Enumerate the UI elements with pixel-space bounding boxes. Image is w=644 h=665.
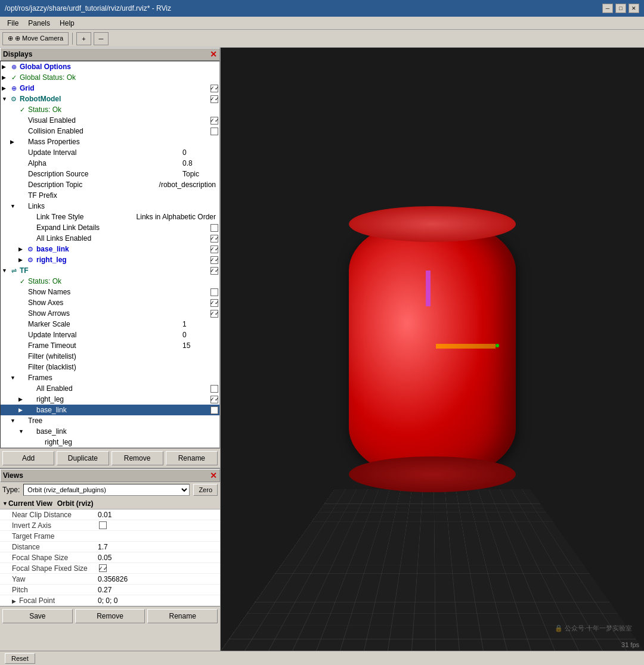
item-checkbox[interactable]: ✓	[210, 396, 218, 403]
menu-panels[interactable]: Panels	[23, 18, 55, 29]
tree-row[interactable]: ▶⊕Global Options	[1, 61, 219, 72]
prop-row: Invert Z Axis	[0, 520, 220, 531]
item-label: Collision Enabled	[28, 127, 209, 135]
tree-row[interactable]: Alpha0.8	[1, 158, 219, 169]
remove-view-button[interactable]: Remove	[75, 609, 145, 623]
prop-checkbox[interactable]: ✓	[99, 564, 107, 572]
item-checkbox[interactable]: ✓	[210, 246, 218, 253]
tree-row[interactable]: ▶⊕Grid✓	[1, 83, 219, 94]
tree-row[interactable]: ▼Frames	[1, 372, 219, 383]
displays-tree[interactable]: ▶⊕Global Options▶✓Global Status: Ok▶⊕Gri…	[0, 61, 220, 448]
tree-row[interactable]: ▶⚙base_link✓	[1, 244, 219, 254]
current-view-arrow: ▼	[2, 501, 8, 506]
minimize-button[interactable]: ─	[602, 4, 613, 13]
tree-row[interactable]: Filter (blacklist)	[1, 362, 219, 372]
expand-arrow: ▶	[18, 257, 26, 263]
tree-row[interactable]: Marker Scale1	[1, 319, 219, 330]
tree-row[interactable]: ▶⚙right_leg✓	[1, 254, 219, 265]
item-checkbox[interactable]	[210, 406, 218, 414]
tree-row[interactable]: Update Interval0	[1, 147, 219, 158]
tree-row[interactable]: Collision Enabled	[1, 126, 219, 136]
tree-row[interactable]: Link Tree StyleLinks in Alphabetic Order	[1, 212, 219, 222]
menu-help[interactable]: Help	[55, 18, 79, 29]
item-checkbox[interactable]: ✓	[210, 117, 218, 125]
item-checkbox[interactable]	[210, 224, 218, 232]
tree-row[interactable]: Description Topic/robot_description	[1, 179, 219, 190]
close-button[interactable]: ✕	[628, 4, 639, 13]
tree-row[interactable]: Expand Link Details	[1, 222, 219, 233]
tree-row[interactable]: ▼Tree	[1, 415, 219, 426]
tree-row[interactable]: All Links Enabled✓	[1, 233, 219, 244]
camera-icon: ⊕	[8, 35, 13, 42]
remove-tool-button[interactable]: ─	[94, 32, 109, 45]
tree-row[interactable]: ✓Status: Ok	[1, 276, 219, 287]
reset-button[interactable]: Reset	[5, 653, 35, 664]
tree-row[interactable]: ▶base_link	[1, 405, 219, 415]
views-panel: Views ✕ Type: Orbit (rviz_default_plugin…	[0, 468, 220, 651]
tree-row[interactable]: ▶right_leg✓	[1, 394, 219, 405]
cylinder-bottom	[349, 456, 516, 492]
views-type-select[interactable]: Orbit (rviz_default_plugins)	[23, 484, 190, 496]
displays-panel: Displays ✕ ▶⊕Global Options▶✓Global Stat…	[0, 48, 220, 468]
tree-row[interactable]: right_leg	[1, 437, 219, 448]
viewport[interactable]: ✛ 31 fps 🔒 公众号·十年一梦实验室	[221, 48, 644, 651]
tree-row[interactable]: Description SourceTopic	[1, 169, 219, 179]
tree-row[interactable]: Visual Enabled✓	[1, 115, 219, 126]
duplicate-display-button[interactable]: Duplicate	[57, 451, 109, 465]
prop-value: 0; 0; 0	[98, 596, 218, 605]
item-value: 15	[182, 341, 218, 350]
tree-row[interactable]: Filter (whitelist)	[1, 351, 219, 362]
displays-close-button[interactable]: ✕	[210, 49, 217, 59]
tree-row[interactable]: TF Prefix	[1, 190, 219, 201]
item-label: base_link	[36, 245, 209, 253]
item-label: base_link	[36, 406, 209, 414]
tree-row[interactable]: Frame Timeout15	[1, 340, 219, 351]
menu-bar: File Panels Help	[0, 17, 644, 30]
rename-display-button[interactable]: Rename	[166, 451, 218, 465]
item-label: right_leg	[36, 395, 209, 403]
maximize-button[interactable]: □	[615, 4, 626, 13]
tree-row[interactable]: All Enabled	[1, 383, 219, 394]
item-checkbox[interactable]	[210, 128, 218, 135]
menu-file[interactable]: File	[2, 18, 23, 29]
item-value: 0	[182, 148, 218, 157]
item-checkbox[interactable]	[210, 288, 218, 296]
tree-row[interactable]: ▶✓Global Status: Ok	[1, 72, 219, 83]
item-checkbox[interactable]: ✓	[210, 256, 218, 264]
expand-arrow: ▶	[18, 407, 26, 413]
tree-row[interactable]: ▼⇌TF✓	[1, 265, 219, 276]
item-checkbox[interactable]: ✓	[210, 95, 218, 103]
item-label: Show Arrows	[28, 309, 209, 318]
tree-row[interactable]: Update Interval0	[1, 330, 219, 340]
views-panel-header: Views ✕	[0, 469, 220, 482]
tree-row[interactable]: ▼Links	[1, 201, 219, 212]
item-checkbox[interactable]: ✓	[210, 267, 218, 275]
add-display-button[interactable]: Add	[2, 451, 54, 465]
item-checkbox[interactable]: ✓	[210, 299, 218, 307]
current-view-type: Orbit (rviz)	[57, 499, 94, 508]
move-camera-label: ⊕ Move Camera	[15, 35, 63, 42]
item-label: Description Topic	[28, 181, 159, 189]
item-label: Expand Link Details	[36, 223, 209, 232]
tree-row[interactable]: ✓Status: Ok	[1, 104, 219, 115]
move-camera-button[interactable]: ⊕ ⊕ Move Camera	[2, 32, 69, 45]
remove-display-button[interactable]: Remove	[112, 451, 163, 465]
add-tool-button[interactable]: +	[76, 32, 91, 45]
views-zero-button[interactable]: Zero	[193, 484, 218, 496]
item-checkbox[interactable]: ✓	[210, 310, 218, 318]
expand-arrow: ▶	[2, 64, 9, 70]
tree-row[interactable]: Show Axes✓	[1, 297, 219, 308]
item-checkbox[interactable]: ✓	[210, 235, 218, 243]
tree-row[interactable]: ▼⚙RobotModel✓	[1, 94, 219, 104]
tree-row[interactable]: Show Names	[1, 287, 219, 297]
tree-row[interactable]: ▼base_link	[1, 426, 219, 437]
item-checkbox[interactable]	[210, 385, 218, 393]
views-close-button[interactable]: ✕	[210, 471, 217, 480]
rename-view-button[interactable]: Rename	[147, 609, 218, 623]
item-checkbox[interactable]: ✓	[210, 85, 218, 92]
tree-row[interactable]: Show Arrows✓	[1, 308, 219, 319]
prop-label: Near Clip Distance	[2, 511, 98, 519]
tree-row[interactable]: ▶Mass Properties	[1, 136, 219, 147]
save-view-button[interactable]: Save	[2, 609, 73, 623]
prop-checkbox[interactable]	[99, 521, 107, 529]
